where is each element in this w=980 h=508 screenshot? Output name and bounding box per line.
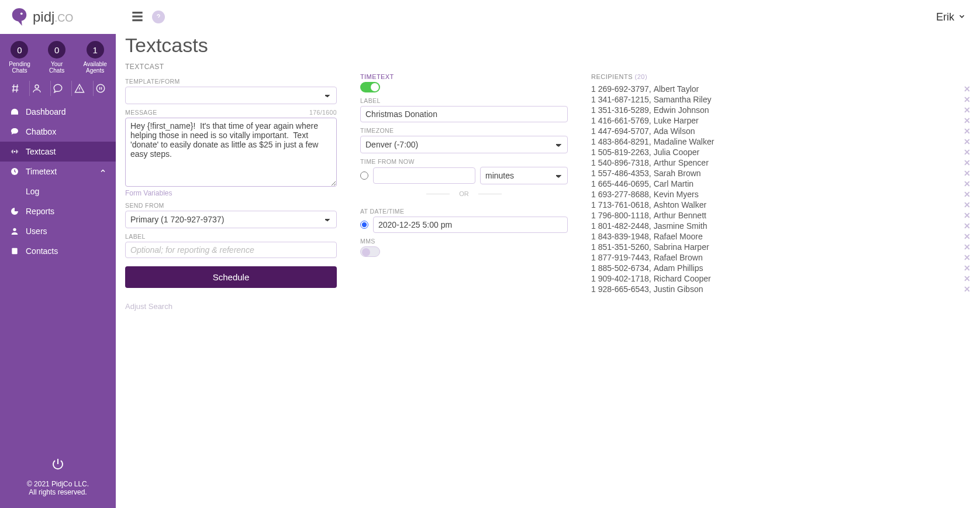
user-menu[interactable]: Erik	[936, 11, 966, 23]
recipient-phone: 1 796-800-1118,	[591, 211, 651, 220]
main-nav: Dashboard Chatbox Textcast Timetext Log …	[0, 102, 116, 261]
send-from-select[interactable]: Primary (1 720-927-9737)	[125, 211, 337, 228]
sidebar-tool-row	[0, 78, 116, 102]
page-title: Textcasts	[125, 34, 971, 57]
remove-recipient-icon[interactable]: ✕	[964, 253, 971, 262]
recipient-name: Adam Phillips	[654, 263, 703, 273]
timetext-toggle[interactable]	[360, 82, 380, 92]
nav-log[interactable]: Log	[0, 181, 116, 201]
nav-label: Chatbox	[26, 127, 56, 136]
remove-recipient-icon[interactable]: ✕	[964, 158, 971, 167]
remove-recipient-icon[interactable]: ✕	[964, 116, 971, 125]
at-datetime-radio[interactable]	[360, 221, 368, 229]
remove-recipient-icon[interactable]: ✕	[964, 105, 971, 115]
label-label: LABEL	[125, 233, 337, 240]
recipient-row: 1 801-482-2448, Jasmine Smith✕	[591, 221, 971, 231]
time-amount-input[interactable]	[373, 167, 475, 184]
nav-textcast[interactable]: Textcast	[0, 142, 116, 162]
mms-label: MMS	[360, 238, 568, 245]
message-textarea[interactable]: Hey {!first_name}! It's that time of yea…	[125, 118, 337, 187]
remove-recipient-icon[interactable]: ✕	[964, 169, 971, 178]
recipient-row: 1 713-761-0618, Ashton Walker✕	[591, 200, 971, 210]
adjust-search-link[interactable]: Adjust Search	[125, 302, 337, 311]
recipient-name: Madaline Walker	[654, 137, 715, 146]
remove-recipient-icon[interactable]: ✕	[964, 232, 971, 241]
user-icon	[9, 226, 20, 236]
recipient-name: Arthur Bennett	[654, 211, 706, 220]
recipient-row: 1 341-687-1215, Samantha Riley✕	[591, 94, 971, 105]
template-select[interactable]	[125, 87, 337, 104]
recipient-phone: 1 843-839-1948,	[591, 232, 651, 241]
recipients-heading: RECIPIENTS (20)	[591, 73, 971, 80]
datetime-input[interactable]	[373, 217, 568, 233]
person-icon[interactable]	[29, 81, 44, 96]
nav-label: Log	[26, 187, 39, 196]
recipient-phone: 1 557-486-4353,	[591, 169, 651, 178]
form-variables-link[interactable]: Form Variables	[125, 189, 337, 197]
recipient-row: 1 447-694-5707, Ada Wilson✕	[591, 126, 971, 136]
speech-icon[interactable]	[50, 81, 65, 96]
contacts-icon	[9, 246, 20, 256]
nav-label: Reports	[26, 207, 54, 216]
time-from-now-radio[interactable]	[360, 171, 368, 180]
dashboard-icon	[9, 107, 20, 117]
remove-recipient-icon[interactable]: ✕	[964, 242, 971, 252]
alert-icon[interactable]	[71, 81, 87, 96]
recipient-name: Rafael Brown	[654, 253, 703, 262]
remove-recipient-icon[interactable]: ✕	[964, 200, 971, 210]
at-datetime-label: AT DATE/TIME	[360, 208, 568, 215]
remove-recipient-icon[interactable]: ✕	[964, 284, 971, 294]
remove-recipient-icon[interactable]: ✕	[964, 137, 971, 146]
pause-icon[interactable]	[93, 81, 108, 96]
recipient-name: Edwin Johnson	[654, 105, 709, 115]
recipient-phone: 1 447-694-5707,	[591, 126, 651, 136]
svg-point-4	[13, 228, 16, 231]
recipient-name: Justin Gibson	[654, 284, 703, 294]
main-area: Erik Textcasts TEXTCAST TEMPLATE/FORM ME…	[116, 0, 980, 508]
power-button[interactable]	[0, 457, 116, 473]
logo[interactable]: pidj.CO	[0, 0, 116, 34]
nav-chatbox[interactable]: Chatbox	[0, 122, 116, 142]
sidebar: pidj.CO 0 Pending Chats 0 Your Chats 1 A…	[0, 0, 116, 508]
recipient-name: Rafael Moore	[654, 232, 703, 241]
copyright-line1: © 2021 PidjCo LLC.	[0, 480, 116, 488]
remove-recipient-icon[interactable]: ✕	[964, 95, 971, 104]
user-name: Erik	[936, 11, 954, 23]
stat-value: 1	[87, 41, 104, 59]
remove-recipient-icon[interactable]: ✕	[964, 179, 971, 188]
recipient-phone: 1 928-665-6543,	[591, 284, 651, 294]
recipient-row: 1 269-692-3797, Albert Taylor✕	[591, 84, 971, 94]
menu-toggle-icon[interactable]	[130, 9, 145, 26]
timezone-select[interactable]: Denver (-7:00)	[360, 136, 568, 153]
tt-label-input[interactable]	[360, 106, 568, 122]
remove-recipient-icon[interactable]: ✕	[964, 84, 971, 94]
nav-timetext[interactable]: Timetext	[0, 162, 116, 181]
remove-recipient-icon[interactable]: ✕	[964, 211, 971, 220]
recipient-name: Ashton Walker	[654, 200, 707, 210]
nav-users[interactable]: Users	[0, 221, 116, 241]
label-input[interactable]	[125, 242, 337, 258]
nav-contacts[interactable]: Contacts	[0, 241, 116, 261]
remove-recipient-icon[interactable]: ✕	[964, 190, 971, 199]
recipient-name: Ada Wilson	[654, 126, 695, 136]
remove-recipient-icon[interactable]: ✕	[964, 147, 971, 157]
time-unit-select[interactable]: minutes	[480, 167, 568, 184]
stat-available-agents[interactable]: 1 Available Agents	[83, 41, 106, 74]
recipient-name: Luke Harper	[654, 116, 699, 125]
recipient-row: 1 796-800-1118, Arthur Bennett✕	[591, 210, 971, 221]
stat-your-chats[interactable]: 0 Your Chats	[48, 41, 65, 74]
mms-toggle[interactable]	[360, 246, 380, 257]
recipient-row: 1 693-277-8688, Kevin Myers✕	[591, 189, 971, 200]
tt-label-label: LABEL	[360, 97, 568, 104]
hash-icon[interactable]	[8, 81, 23, 96]
nav-dashboard[interactable]: Dashboard	[0, 102, 116, 122]
stat-pending-chats[interactable]: 0 Pending Chats	[9, 41, 30, 74]
nav-reports[interactable]: Reports	[0, 201, 116, 221]
remove-recipient-icon[interactable]: ✕	[964, 274, 971, 283]
remove-recipient-icon[interactable]: ✕	[964, 263, 971, 273]
help-icon[interactable]	[152, 11, 165, 23]
schedule-button[interactable]: Schedule	[125, 266, 337, 288]
remove-recipient-icon[interactable]: ✕	[964, 221, 971, 231]
recipient-row: 1 557-486-4353, Sarah Brown✕	[591, 168, 971, 179]
remove-recipient-icon[interactable]: ✕	[964, 126, 971, 136]
